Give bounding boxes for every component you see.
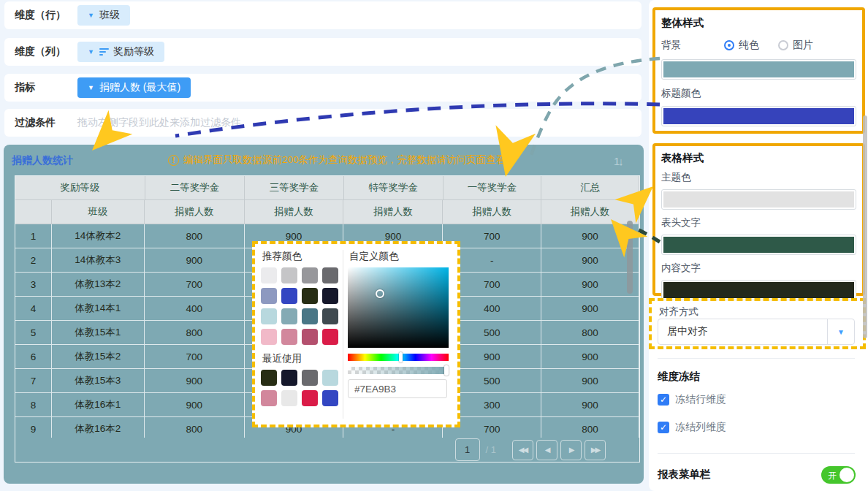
table-scrollbar-thumb[interactable] bbox=[627, 221, 633, 294]
color-swatch[interactable] bbox=[261, 288, 277, 304]
color-swatch[interactable] bbox=[281, 308, 297, 324]
metric-label: 指标 bbox=[15, 81, 77, 94]
col-dimension-chip[interactable]: ▼ 奖励等级 bbox=[77, 42, 164, 62]
color-swatch[interactable] bbox=[322, 370, 338, 386]
page-total-label: / 1 bbox=[486, 444, 496, 455]
divider bbox=[658, 453, 855, 454]
table-cell: 8 bbox=[15, 393, 52, 417]
hex-color-input[interactable] bbox=[348, 379, 447, 398]
page-number-input[interactable] bbox=[455, 438, 480, 461]
align-label: 对齐方式 bbox=[659, 305, 863, 319]
hue-slider[interactable] bbox=[348, 354, 449, 361]
radio-solid-color[interactable]: 纯色 bbox=[724, 39, 759, 52]
hue-slider-handle[interactable] bbox=[399, 352, 403, 362]
next-page-button[interactable]: ▶ bbox=[560, 440, 582, 460]
column-group-header: 特等奖学金 bbox=[344, 176, 443, 200]
caret-down-icon: ▼ bbox=[88, 12, 94, 19]
first-page-button[interactable]: ◀◀ bbox=[512, 440, 533, 460]
table-cell: 800 bbox=[541, 321, 639, 345]
theme-color-label: 主题色 bbox=[661, 171, 862, 184]
color-swatch[interactable] bbox=[281, 329, 297, 345]
content-text-color-label: 内容文字 bbox=[661, 262, 862, 275]
content-text-color-swatch[interactable] bbox=[661, 280, 856, 300]
color-swatch[interactable] bbox=[261, 370, 277, 386]
color-swatch[interactable] bbox=[322, 329, 338, 345]
align-select[interactable]: 居中对齐 ▼ bbox=[658, 319, 855, 345]
table-cell: 900 bbox=[541, 345, 639, 369]
title-color-swatch[interactable] bbox=[661, 106, 856, 126]
align-select-value: 居中对齐 bbox=[658, 325, 827, 338]
filter-label: 过滤条件 bbox=[15, 116, 77, 129]
alpha-slider-handle[interactable] bbox=[444, 365, 449, 376]
table-cell: 900 bbox=[145, 369, 245, 393]
sub-header-cell: 捐赠人数 bbox=[245, 200, 344, 224]
table-cell: 5 bbox=[15, 321, 52, 345]
color-swatch[interactable] bbox=[281, 370, 297, 386]
radio-image[interactable]: 图片 bbox=[778, 39, 813, 52]
menu-bar-toggle[interactable]: 开 bbox=[821, 466, 856, 484]
color-swatch[interactable] bbox=[322, 308, 338, 324]
color-swatch[interactable] bbox=[281, 288, 297, 304]
table-cell: 400 bbox=[145, 297, 245, 321]
table-cell: 体教16本2 bbox=[52, 417, 145, 438]
sub-header-cell: 班级 bbox=[52, 200, 145, 224]
saturation-value-area[interactable] bbox=[348, 267, 449, 348]
color-swatch[interactable] bbox=[281, 390, 297, 406]
freeze-col-checkbox[interactable]: ✓ 冻结列维度 bbox=[658, 421, 726, 434]
color-swatch[interactable] bbox=[261, 308, 277, 324]
sort-bars-icon bbox=[99, 48, 109, 56]
table-cell: 体教15本2 bbox=[52, 345, 145, 369]
alpha-gradient bbox=[348, 367, 449, 374]
header-text-color-swatch[interactable] bbox=[661, 235, 856, 255]
last-page-button[interactable]: ▶▶ bbox=[585, 440, 606, 460]
caret-down-icon: ▼ bbox=[88, 48, 94, 56]
color-swatch[interactable] bbox=[302, 308, 318, 324]
color-swatch[interactable] bbox=[322, 390, 338, 406]
table-cell: 900 bbox=[145, 393, 245, 417]
table-cell: 3 bbox=[15, 273, 52, 297]
metric-chip[interactable]: ▼ 捐赠人数 (最大值) bbox=[77, 77, 191, 98]
table-cell: 体教15本1 bbox=[52, 321, 145, 345]
column-group-header: 奖励等级 bbox=[15, 176, 145, 200]
color-swatch[interactable] bbox=[322, 288, 338, 304]
freeze-row-checkbox[interactable]: ✓ 冻结行维度 bbox=[658, 393, 726, 406]
color-swatch[interactable] bbox=[302, 267, 318, 283]
sub-header-cell: 捐赠人数 bbox=[145, 200, 245, 224]
prev-page-button[interactable]: ◀ bbox=[536, 440, 557, 460]
color-swatch[interactable] bbox=[261, 390, 277, 406]
table-cell: 800 bbox=[145, 321, 245, 345]
table-cell: 700 bbox=[145, 345, 245, 369]
divider bbox=[658, 358, 855, 359]
table-cell: 7 bbox=[15, 369, 52, 393]
table-cell: 14体教本3 bbox=[52, 248, 145, 273]
color-swatch[interactable] bbox=[302, 390, 318, 406]
chevron-down-icon: ▼ bbox=[827, 319, 854, 344]
color-cursor[interactable] bbox=[376, 289, 384, 298]
color-swatch[interactable] bbox=[302, 288, 318, 304]
panel-scrollbar-thumb[interactable] bbox=[863, 115, 867, 338]
freeze-col-label: 冻结列维度 bbox=[675, 421, 726, 434]
pagination-bar: / 1 ◀◀◀▶▶▶ bbox=[15, 438, 639, 462]
filter-dropzone[interactable]: 拖动左侧字段到此处来添加过滤条件 bbox=[77, 116, 241, 129]
color-swatch[interactable] bbox=[322, 267, 338, 283]
sort-order-icon[interactable]: 1↓ bbox=[614, 155, 623, 167]
row-dimension-chip[interactable]: ▼ 班级 bbox=[77, 5, 130, 26]
metric-chip-label: 捐赠人数 (最大值) bbox=[99, 81, 180, 94]
table-cell: 2 bbox=[15, 248, 52, 273]
color-swatch[interactable] bbox=[302, 329, 318, 345]
color-swatch[interactable] bbox=[261, 267, 277, 283]
background-color-swatch[interactable] bbox=[661, 59, 856, 80]
table-cell: 900 bbox=[541, 297, 639, 321]
color-swatch[interactable] bbox=[302, 370, 318, 386]
table-header: 奖励等级二等奖学金三等奖学金特等奖学金一等奖学金汇总班级捐赠人数捐赠人数捐赠人数… bbox=[15, 176, 639, 224]
color-swatch[interactable] bbox=[281, 267, 297, 283]
alpha-slider[interactable] bbox=[348, 367, 449, 374]
custom-color-label: 自定义颜色 bbox=[349, 250, 399, 263]
table-cell: 900 bbox=[541, 273, 639, 297]
column-group-header: 一等奖学金 bbox=[443, 176, 542, 200]
table-cell: 4 bbox=[15, 297, 52, 321]
color-swatch[interactable] bbox=[261, 329, 277, 345]
col-dimension-label: 维度（列） bbox=[15, 45, 77, 58]
theme-color-swatch[interactable] bbox=[661, 189, 856, 210]
table-cell: 9 bbox=[15, 417, 52, 438]
